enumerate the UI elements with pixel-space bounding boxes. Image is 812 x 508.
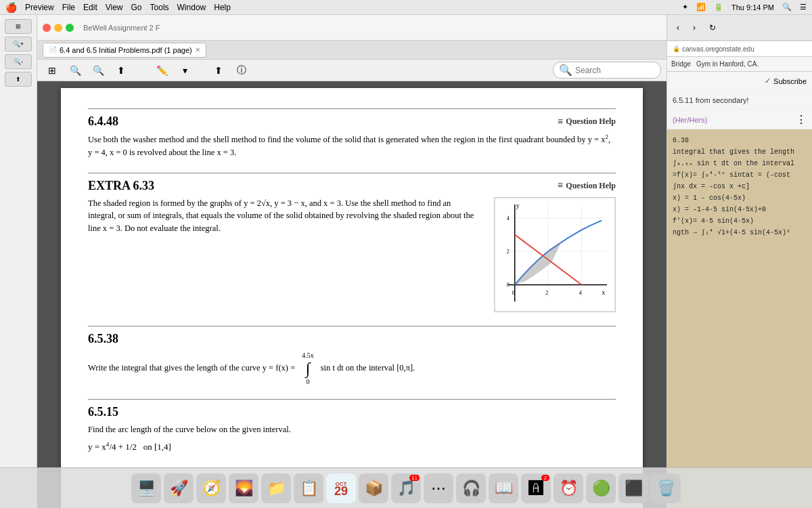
- zoom-in-btn[interactable]: 🔍: [89, 62, 108, 79]
- search-input[interactable]: [575, 66, 656, 75]
- dock-app-store[interactable]: 🅰 2: [521, 473, 551, 503]
- menu-edit[interactable]: Edit: [83, 3, 97, 12]
- bookmarks-bar: Bridge Gym in Hanford, CA.: [667, 57, 812, 72]
- svg-text:0: 0: [507, 282, 510, 288]
- wifi-icon: 📶: [696, 3, 706, 12]
- dock-spotify[interactable]: 🟢: [586, 473, 616, 503]
- subscribe-text: Subscribe: [773, 77, 807, 85]
- export-btn[interactable]: ⬆: [209, 62, 228, 79]
- dock-books[interactable]: 📖: [489, 473, 518, 503]
- refresh-btn[interactable]: ↻: [705, 22, 720, 34]
- menu-window[interactable]: Window: [177, 3, 206, 12]
- window-maximize-btn[interactable]: [66, 24, 74, 32]
- bookmark-bridge[interactable]: Bridge: [671, 60, 691, 68]
- menu-right: ✦ 📶 🔋 Thu 9:14 PM 🔍 ☰: [682, 3, 807, 12]
- dock-itunes[interactable]: 🎧: [456, 473, 486, 503]
- note-line-4: =f(x)= ∫₀⁴·⁵ˣ sintat = (-cost: [673, 170, 807, 181]
- list-icon[interactable]: ☰: [800, 3, 807, 12]
- dock-system-prefs[interactable]: 📦: [359, 473, 388, 503]
- url-bar[interactable]: 🔒 canvas.oregonstate.edu: [667, 41, 812, 57]
- problem-extra633-left: The shaded region is formed by the graph…: [88, 197, 480, 312]
- problem-6538-header: 6.5.38: [88, 332, 616, 346]
- window-close-btn[interactable]: [43, 24, 51, 32]
- dock-calendar[interactable]: OCT 29: [326, 473, 356, 503]
- svg-text:0: 0: [512, 290, 515, 296]
- right-panel: ‹ › ↻ 🔒 canvas.oregonstate.edu Bridge Gy…: [667, 15, 812, 508]
- dock-calendar-month: OCT: [336, 481, 347, 487]
- problem-extra633-help[interactable]: Question Help: [558, 180, 616, 191]
- music-icon: 🎵: [397, 480, 415, 497]
- note-line-0: 6.38: [673, 135, 807, 146]
- svg-text:x: x: [602, 289, 605, 296]
- apple-menu[interactable]: 🍎: [5, 2, 17, 13]
- dock-folder[interactable]: 📁: [261, 473, 291, 503]
- problem-6448-text: Use both the washer method and the shell…: [88, 133, 616, 159]
- dock-notes[interactable]: 📋: [294, 473, 323, 503]
- dock-clock[interactable]: ⏰: [554, 473, 583, 503]
- dock-appstore-badge: 2: [541, 475, 549, 481]
- forward-btn[interactable]: ›: [689, 22, 700, 34]
- problem-6448: 6.4.48 Question Help Use both the washer…: [88, 108, 616, 159]
- integral-text-label: Write the integral that gives the length…: [88, 363, 295, 373]
- pdf-content[interactable]: 6.4.48 Question Help Use both the washer…: [37, 81, 667, 508]
- pdf-tab[interactable]: 📄 6.4 and 6.5 Initial Problems.pdf (1 pa…: [43, 43, 206, 58]
- dock-music[interactable]: 🎵 11: [391, 473, 421, 503]
- svg-text:4: 4: [507, 215, 510, 221]
- clock-display: Thu 9:14 PM: [731, 3, 774, 12]
- note-line-5: ∫nx dx = -cos x +c]: [673, 182, 807, 192]
- dock-terminal[interactable]: ⬛: [618, 473, 648, 503]
- bookmark-gym[interactable]: Gym in Hanford, CA.: [696, 60, 759, 68]
- sidebar-view-btn[interactable]: ⊞: [5, 19, 32, 34]
- dock-finder[interactable]: 🖥️: [131, 473, 161, 503]
- share-btn[interactable]: ⬆: [112, 62, 131, 79]
- subscribe-label[interactable]: ✓ Subscribe: [765, 77, 807, 85]
- problem-6448-help[interactable]: Question Help: [558, 117, 616, 127]
- zoom-out-btn[interactable]: 🔍: [66, 62, 85, 79]
- tab-label: 6.4 and 6.5 Initial Problems.pdf (1 page…: [60, 46, 192, 54]
- dock-photos[interactable]: 🌄: [229, 473, 258, 503]
- problem-6538-formula: Write the integral that gives the length…: [88, 352, 616, 385]
- problem-6538: 6.5.38 Write the integral that gives the…: [88, 326, 616, 385]
- menu-help[interactable]: Help: [214, 3, 231, 12]
- menu-go[interactable]: Go: [131, 3, 142, 12]
- dock-trash[interactable]: 🗑️: [651, 473, 681, 503]
- menu-preview[interactable]: Preview: [25, 3, 54, 12]
- search-box[interactable]: 🔍: [553, 62, 661, 79]
- info-btn[interactable]: ⓘ: [232, 62, 251, 79]
- note-line-8: f'(x)= 4·5 sin(4·5x): [673, 216, 807, 227]
- chevron-down-btn[interactable]: ▾: [175, 62, 194, 79]
- bluetooth-icon: ✦: [682, 3, 688, 12]
- more-options-icon[interactable]: ⋮: [796, 113, 807, 126]
- menu-view[interactable]: View: [106, 3, 123, 12]
- dock-launchpad[interactable]: 🚀: [164, 473, 194, 503]
- pencil-btn[interactable]: ✏️: [152, 62, 171, 79]
- problem-6515-formula: y = x4/4 + 1/2 on [1,4]: [88, 441, 616, 452]
- sidebar-toggle-btn[interactable]: ⊞: [43, 62, 62, 79]
- problem-extra633-number: EXTRA 6.33: [88, 179, 154, 193]
- lock-icon: 🔒: [673, 45, 680, 52]
- note-line-7: x) = -1-4·5 sin(4·5x)+0: [673, 205, 807, 215]
- menu-file[interactable]: File: [62, 3, 75, 12]
- problem-6515-number: 6.5.15: [88, 405, 118, 419]
- sidebar-zoom-in[interactable]: 🔍+: [5, 37, 32, 51]
- note-line-6: x) = 1 - cos(4·5x): [673, 193, 807, 204]
- main-layout: ⊞ 🔍+ 🔍- ⬆ BeWell Assignment 2 F 📄 6.4 an…: [0, 15, 812, 508]
- note-line-10: ngth → ∫₁⁴ √1+(4·5 sin(4·5x)²: [673, 228, 807, 238]
- note-line-1: integral that gives the length: [673, 147, 807, 158]
- problem-extra633-content: The shaded region is formed by the graph…: [88, 197, 616, 312]
- sidebar-share[interactable]: ⬆: [5, 72, 32, 87]
- search-icon: 🔍: [559, 64, 572, 77]
- sidebar-zoom-out[interactable]: 🔍-: [5, 54, 32, 69]
- search-icon[interactable]: 🔍: [782, 3, 792, 12]
- problem-extra633-header: EXTRA 6.33 Question Help: [88, 179, 616, 193]
- dock-more[interactable]: ⋯: [424, 473, 453, 503]
- left-sidebar: ⊞ 🔍+ 🔍- ⬆: [0, 15, 37, 508]
- problem-6515-header: 6.5.15: [88, 405, 616, 419]
- integral-integrand: sin t dt on the interval [0,π].: [321, 363, 415, 373]
- dock-safari[interactable]: 🧭: [196, 473, 226, 503]
- window-minimize-btn[interactable]: [54, 24, 62, 32]
- back-btn[interactable]: ‹: [673, 22, 683, 34]
- svg-text:4: 4: [579, 290, 582, 296]
- check-icon: ✓: [765, 77, 771, 85]
- menu-tools[interactable]: Tools: [150, 3, 169, 12]
